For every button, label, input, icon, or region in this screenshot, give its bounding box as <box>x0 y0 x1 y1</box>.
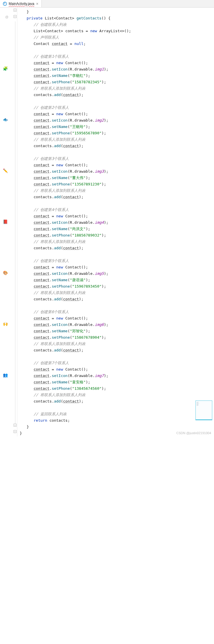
fold-icon[interactable]: − <box>14 424 17 427</box>
token: ); <box>102 80 106 84</box>
token: contact <box>34 233 50 237</box>
resource-icon[interactable]: 🙌 <box>3 322 8 326</box>
code-line[interactable]: // 创建联系人列表 <box>20 21 214 28</box>
resource-icon[interactable]: 🧩 <box>3 66 8 71</box>
code-line[interactable]: // 将联系人添加到联系人列表 <box>20 341 214 347</box>
code-line[interactable]: // 将联系人添加到联系人列表 <box>20 392 214 398</box>
code-line[interactable]: contact.setPhone("18856789032"); <box>20 232 214 239</box>
code-line[interactable] <box>20 353 214 360</box>
code-line[interactable]: contact.setPhone("15867678904"); <box>20 334 214 341</box>
code-line[interactable]: contact.setIcon(R.drawable.img6); <box>20 322 214 328</box>
token: getContacts <box>76 16 101 20</box>
code-line[interactable]: contact.setPhone("13845674560"); <box>20 385 214 392</box>
code-line[interactable]: contact = new Contact(); <box>20 111 214 117</box>
code-line[interactable]: contact.setName("童安格"); <box>20 379 214 385</box>
code-line[interactable]: Contact contact = null; <box>20 41 214 47</box>
code-line[interactable]: contact = new Contact(); <box>20 60 214 66</box>
code-line[interactable]: contact.setPhone("13567891230"); <box>20 181 214 187</box>
code-line[interactable]: contact.setIcon(R.drawable.img1); <box>20 66 214 73</box>
token: // 创建第5个联系人 <box>34 259 69 263</box>
code-line[interactable] <box>20 98 214 104</box>
code-line[interactable]: contact = new Contact(); <box>20 213 214 219</box>
fold-icon[interactable]: − <box>14 430 17 433</box>
code-line[interactable]: // 创建第6个联系人 <box>20 309 214 315</box>
token: drawable <box>74 374 93 378</box>
code-line[interactable] <box>20 47 214 53</box>
code-line[interactable]: contact.setPhone("15956567890"); <box>20 130 214 136</box>
code-line[interactable]: contact.setIcon(R.drawable.img4); <box>20 219 214 226</box>
minimap[interactable]: ▬▬▬▬▬▬▬▬▬▬▬▬▬▬▬▬▬▬▬▬▬▬▬▬▬▬▬▬▬▬▬▬▬▬▬▬ <box>195 401 212 420</box>
class-file-icon <box>3 2 7 6</box>
code-line[interactable]: contacts.add(contact); <box>20 296 214 302</box>
code-line[interactable]: // 创建第2个联系人 <box>20 104 214 111</box>
code-line[interactable]: contact.setPhone("15967893450"); <box>20 283 214 290</box>
token: Contact <box>65 112 81 116</box>
code-line[interactable]: List<Contact> contacts = new ArrayList<>… <box>20 28 214 34</box>
code-line[interactable]: } <box>20 424 214 430</box>
fold-icon[interactable]: − <box>14 9 17 12</box>
resource-icon[interactable]: 📕 <box>3 219 8 224</box>
code-line[interactable]: contact.setName("唐语涵"); <box>20 277 214 283</box>
token: // 创建联系人列表 <box>34 22 67 27</box>
code-line[interactable]: contact.setIcon(R.drawable.img2); <box>20 117 214 124</box>
file-tab[interactable]: MainActivity.java × <box>0 0 42 7</box>
code-line[interactable]: contact.setIcon(R.drawable.img5); <box>20 270 214 277</box>
code-line[interactable]: contacts.add(contact); <box>20 194 214 200</box>
code-line[interactable]: contact = new Contact(); <box>20 162 214 168</box>
code-line[interactable]: contact.setName("王晓玲"); <box>20 124 214 130</box>
code-line[interactable]: // 将联系人添加到联系人列表 <box>20 187 214 194</box>
token: setPhone <box>52 284 70 288</box>
code-line[interactable] <box>20 149 214 156</box>
code-line[interactable]: contact.setName("董大伟"); <box>20 175 214 181</box>
code-line[interactable]: contact.setIcon(R.drawable.img7); <box>20 373 214 379</box>
code-area[interactable]: }private List<Contact> getContacts() {//… <box>17 8 214 436</box>
code-line[interactable]: contact = new Contact(); <box>20 315 214 322</box>
code-line[interactable]: contacts.add(contact); <box>20 398 214 405</box>
token: new <box>56 367 63 371</box>
code-line[interactable] <box>20 200 214 207</box>
code-line[interactable]: // 创建第5个联系人 <box>20 258 214 264</box>
token: . <box>50 73 52 78</box>
code-line[interactable]: // 创建第7个联系人 <box>20 360 214 366</box>
token: contact <box>34 335 50 340</box>
code-line[interactable]: contact.setIcon(R.drawable.img3); <box>20 168 214 175</box>
resource-icon[interactable]: 🎨 <box>3 270 8 275</box>
code-line[interactable] <box>20 302 214 309</box>
code-line[interactable]: // 将联系人添加到联系人列表 <box>20 239 214 245</box>
brace: } <box>27 425 29 429</box>
token: contacts <box>34 93 52 97</box>
code-line[interactable]: contacts.add(contact); <box>20 347 214 353</box>
code-line[interactable] <box>20 405 214 411</box>
token: ( <box>70 182 72 186</box>
code-line[interactable]: contacts.add(contact); <box>20 143 214 149</box>
token: new <box>56 112 63 116</box>
code-line[interactable]: // 声明联系人 <box>20 34 214 41</box>
code-line[interactable]: private List<Contact> getContacts() { <box>20 15 214 21</box>
code-line[interactable]: contact = new Contact(); <box>20 366 214 373</box>
code-line[interactable]: // 创建第4个联系人 <box>20 207 214 213</box>
code-line[interactable]: // 返回联系人列表 <box>20 411 214 417</box>
code-line[interactable]: contact.setName("李晓红"); <box>20 73 214 79</box>
token: ); <box>102 131 106 135</box>
code-line[interactable]: contacts.add(contact); <box>20 92 214 98</box>
fold-icon[interactable]: − <box>14 15 17 18</box>
code-line[interactable]: contact.setPhone("15878782345"); <box>20 79 214 85</box>
code-line[interactable]: } <box>20 9 214 15</box>
code-line[interactable]: contact.setName("尚洪文"); <box>20 226 214 232</box>
code-line[interactable]: contact.setName("郑智化"); <box>20 328 214 334</box>
resource-icon[interactable]: 👥 <box>3 373 8 377</box>
resource-icon[interactable]: ✏️ <box>3 168 8 173</box>
code-line[interactable]: // 创建第3个联系人 <box>20 156 214 162</box>
code-line[interactable]: // 将联系人添加到联系人列表 <box>20 136 214 143</box>
code-line[interactable]: // 将联系人添加到联系人列表 <box>20 290 214 296</box>
code-line[interactable]: // 将联系人添加到联系人列表 <box>20 85 214 92</box>
token: R <box>70 220 72 225</box>
close-icon[interactable]: × <box>36 1 38 6</box>
code-line[interactable]: contact = new Contact(); <box>20 264 214 270</box>
code-line[interactable]: return contacts; <box>20 417 214 424</box>
code-line[interactable] <box>20 251 214 258</box>
code-line[interactable]: contacts.add(contact); <box>20 245 214 251</box>
resource-icon[interactable]: 🐟 <box>3 117 8 122</box>
override-icon[interactable]: @ <box>5 15 8 19</box>
code-line[interactable]: // 创建第1个联系人 <box>20 53 214 60</box>
